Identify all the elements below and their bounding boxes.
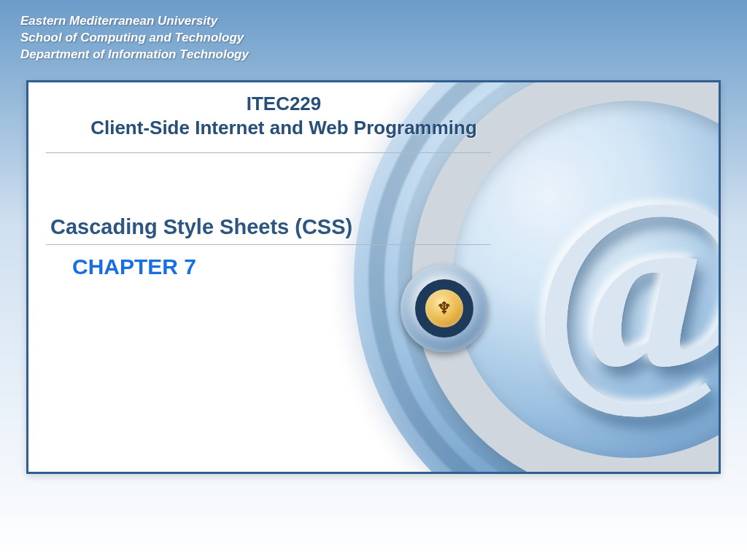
seal-inner-ring: ♆ [415,279,473,338]
seal-emblem: ♆ [425,289,463,327]
university-name: Eastern Mediterranean University [20,13,747,30]
university-seal-icon: ♆ [400,265,488,352]
topic-title: Cascading Style Sheets (CSS) [50,215,352,239]
university-header: Eastern Mediterranean University School … [0,0,747,63]
chapter-label: CHAPTER 7 [72,254,196,279]
course-heading: ITEC229 Client-Side Internet and Web Pro… [50,93,517,139]
divider-bottom [46,244,491,245]
divider-top [46,152,491,153]
course-name: Client-Side Internet and Web Programming [50,117,517,139]
slide-card: @ ITEC229 Client-Side Internet and Web P… [26,80,721,474]
department-name: Department of Information Technology [20,47,747,63]
school-name: School of Computing and Technology [20,30,747,47]
course-code: ITEC229 [50,93,517,115]
